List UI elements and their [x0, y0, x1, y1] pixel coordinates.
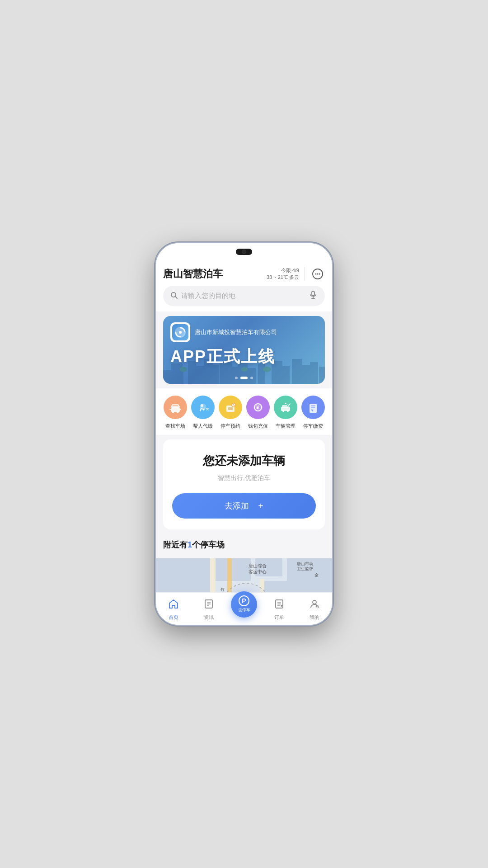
header-top: 唐山智慧泊车 今限 4/9 33 ~ 21℃ 多云: [163, 267, 325, 281]
banner-header: 唐山市新城投智慧泊车有限公司: [170, 322, 318, 342]
svg-text:¥: ¥: [256, 405, 259, 410]
svg-rect-58: [156, 558, 210, 592]
svg-text:竹: 竹: [221, 587, 225, 592]
vehicle-mgmt-label: 车辆管理: [276, 423, 296, 429]
add-button-icon: +: [258, 501, 263, 511]
nav-home[interactable]: 首页: [156, 597, 191, 621]
header-divider: [305, 267, 305, 281]
add-vehicle-button[interactable]: 去添加 +: [172, 493, 316, 519]
chat-icon[interactable]: [310, 267, 325, 281]
action-vehicle[interactable]: 车辆管理: [272, 396, 299, 429]
banner-logo: [170, 322, 190, 342]
add-button-label: 去添加: [225, 500, 249, 511]
search-bar[interactable]: 请输入您的目的地: [163, 286, 325, 306]
home-icon: [168, 599, 179, 612]
reserve-label: 停车预约: [221, 423, 240, 429]
banner-title: APP正式上线: [170, 346, 318, 368]
svg-text:金: 金: [314, 573, 319, 577]
svg-rect-44: [228, 407, 233, 410]
parking-p-icon: P: [239, 595, 249, 606]
action-wallet[interactable]: ¥ 钱包充值: [244, 396, 272, 429]
svg-rect-65: [210, 558, 216, 592]
weather-limit: 今限 4/9: [267, 267, 299, 274]
banner-dot-2: [240, 377, 248, 379]
svg-text:¥: ¥: [202, 407, 205, 411]
vehicle-mgmt-icon: [274, 396, 297, 419]
svg-point-91: [281, 605, 282, 607]
camera-dot: [242, 250, 246, 254]
banner-dots: [235, 377, 253, 379]
nav-orders[interactable]: 订单: [262, 597, 297, 621]
svg-rect-54: [311, 406, 315, 406]
weather-temp: 33 ~ 21℃ 多云: [267, 274, 299, 281]
action-pay-parking[interactable]: ¥ 停车缴费: [299, 396, 327, 429]
svg-point-2: [317, 274, 319, 275]
find-parking-label: 查找车场: [165, 423, 185, 429]
search-placeholder: 请输入您的目的地: [181, 292, 305, 300]
mine-label: 我的: [310, 614, 319, 621]
svg-rect-34: [172, 406, 179, 408]
svg-point-32: [179, 331, 182, 334]
svg-rect-6: [312, 291, 314, 296]
parking-fab-label: 去停车: [238, 607, 250, 613]
pay-others-label: 帮人代缴: [193, 423, 213, 429]
quick-actions: 查找车场 ¥ 帮人代缴: [156, 388, 332, 435]
svg-text:唐山市动: 唐山市动: [297, 561, 313, 566]
svg-text:¥: ¥: [311, 408, 314, 412]
no-vehicle-subtitle: 智慧出行,优雅泊车: [218, 474, 270, 482]
wallet-icon: ¥: [246, 396, 270, 419]
search-icon: [170, 292, 178, 301]
svg-point-35: [172, 411, 174, 413]
pay-parking-icon: ¥: [301, 396, 325, 419]
svg-point-50: [282, 410, 284, 412]
main-content: 唐山智慧泊车 今限 4/9 33 ~ 21℃ 多云: [156, 263, 332, 592]
news-label: 资讯: [204, 614, 214, 621]
phone-frame: 唐山智慧泊车 今限 4/9 33 ~ 21℃ 多云: [156, 243, 332, 625]
pay-others-icon: ¥: [191, 396, 215, 419]
reserve-icon: [219, 396, 242, 419]
mic-icon[interactable]: [309, 290, 318, 302]
banner-inner: 唐山市新城投智慧泊车有限公司 APP正式上线: [163, 316, 325, 384]
svg-point-3: [319, 274, 320, 275]
map-area[interactable]: P 唐山综合 客运中心 竹 安 南 路 唐山市动 卫生监督 金: [156, 558, 332, 592]
pay-parking-label: 停车缴费: [303, 423, 323, 429]
nav-mine[interactable]: 我的: [297, 597, 332, 621]
action-pay-others[interactable]: ¥ 帮人代缴: [189, 396, 216, 429]
header: 唐山智慧泊车 今限 4/9 33 ~ 21℃ 多云: [156, 263, 332, 311]
vehicle-card: 您还未添加车辆 智慧出行,优雅泊车 去添加 +: [163, 439, 325, 529]
svg-text:客运中心: 客运中心: [249, 569, 267, 574]
nearby-section: 附近有1个停车场: [156, 534, 332, 558]
svg-point-36: [176, 411, 178, 413]
bottom-nav: 首页 资讯 P 去停车: [156, 592, 332, 625]
nav-parking[interactable]: P 去停车: [226, 591, 262, 618]
mine-icon: [309, 599, 320, 612]
svg-point-52: [287, 403, 291, 406]
nearby-count: 1: [188, 540, 192, 549]
camera-notch: [236, 249, 252, 255]
wallet-label: 钱包充值: [248, 423, 268, 429]
svg-point-1: [315, 274, 317, 275]
svg-point-51: [287, 410, 289, 412]
nearby-prefix: 附近有: [163, 540, 188, 549]
no-vehicle-title: 您还未添加车辆: [203, 453, 285, 469]
parking-fab[interactable]: P 去停车: [231, 591, 257, 618]
orders-icon: [274, 599, 285, 612]
nav-news[interactable]: 资讯: [191, 597, 226, 621]
svg-rect-62: [264, 581, 332, 592]
banner: 唐山市新城投智慧泊车有限公司 APP正式上线: [163, 316, 325, 384]
banner-company: 唐山市新城投智慧泊车有限公司: [195, 328, 277, 336]
action-reserve[interactable]: 停车预约: [216, 396, 244, 429]
weather-info: 今限 4/9 33 ~ 21℃ 多云: [267, 267, 299, 281]
action-find-parking[interactable]: 查找车场: [161, 396, 189, 429]
header-right: 今限 4/9 33 ~ 21℃ 多云: [267, 267, 325, 281]
svg-point-92: [313, 600, 316, 604]
svg-line-5: [175, 297, 177, 298]
actions-row: 查找车场 ¥ 帮人代缴: [161, 396, 327, 429]
svg-rect-68: [227, 558, 232, 592]
orders-label: 订单: [274, 614, 284, 621]
app-title: 唐山智慧泊车: [163, 267, 223, 281]
svg-text:唐山综合: 唐山综合: [249, 563, 267, 568]
nearby-suffix: 个停车场: [192, 540, 225, 549]
svg-text:卫生监督: 卫生监督: [297, 566, 313, 571]
news-icon: [203, 599, 214, 612]
